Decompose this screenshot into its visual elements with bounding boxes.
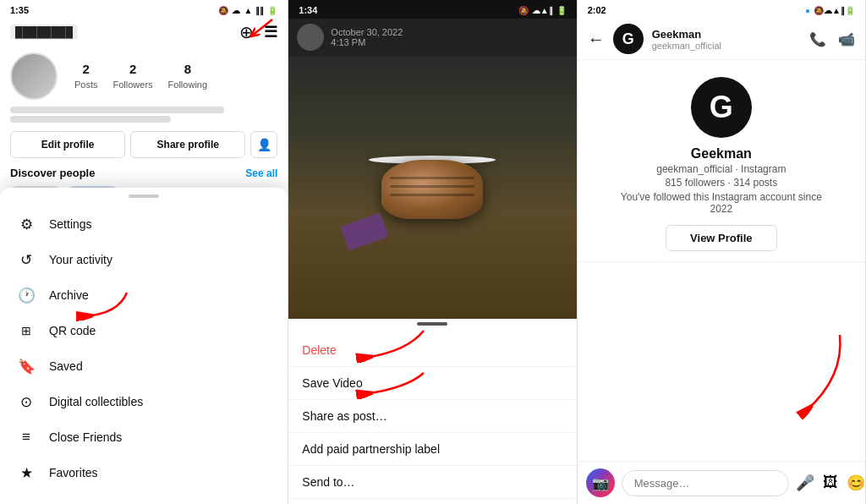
collectibles-label: Digital collectibles bbox=[49, 395, 143, 408]
action-save-video[interactable]: Save Video bbox=[288, 367, 576, 400]
profile-action-buttons: Edit profile Share profile 👤 bbox=[0, 128, 288, 162]
activity-label: Your activity bbox=[49, 253, 112, 266]
share-profile-button[interactable]: Share profile bbox=[130, 131, 245, 158]
followers-count: 2 bbox=[113, 62, 153, 76]
panel-dm-profile: 2:02 ● 🔕☁▲∥🔋 ← G Geekman geekman_officia… bbox=[578, 0, 866, 504]
user-avatar bbox=[10, 52, 58, 100]
profile-header: ████████ ⊕ ☰ bbox=[0, 19, 288, 46]
status-icons-p3: ● 🔕☁▲∥🔋 bbox=[805, 6, 855, 15]
see-all-link[interactable]: See all bbox=[245, 167, 277, 179]
menu-item-close-friends[interactable]: ≡ Close Friends bbox=[0, 419, 288, 455]
nav-action-icons: 📞 📹 bbox=[809, 31, 855, 47]
status-bar-p1: 1:35 🔕 ☁ ▲ ∥∥ 🔋 bbox=[0, 0, 288, 19]
edit-profile-button[interactable]: Edit profile bbox=[10, 131, 125, 158]
user-bio bbox=[0, 107, 288, 128]
post-date: October 30, 2022 bbox=[331, 27, 567, 37]
post-image-area bbox=[288, 56, 576, 319]
messages-area bbox=[578, 262, 865, 461]
discover-label: Discover people bbox=[10, 167, 95, 179]
stat-followers: 2 Followers bbox=[113, 62, 153, 91]
panel-instagram-profile: 1:35 🔕 ☁ ▲ ∥∥ 🔋 ████████ ⊕ ☰ 2 Posts bbox=[0, 0, 288, 504]
drag-handle bbox=[129, 194, 159, 198]
favorites-label: Favorites bbox=[49, 466, 98, 479]
following-label: Following bbox=[168, 79, 207, 90]
collectibles-icon: ⊙ bbox=[17, 392, 36, 411]
menu-item-collectibles[interactable]: ⊙ Digital collectibles bbox=[0, 384, 288, 419]
action-send-to[interactable]: Send to… bbox=[288, 466, 576, 499]
profile-display-name: Geekman bbox=[691, 146, 752, 162]
post-avatar bbox=[297, 24, 324, 51]
stats-row: 2 Posts 2 Followers 8 Following bbox=[74, 62, 207, 91]
microphone-icon[interactable]: 🎤 bbox=[796, 474, 814, 492]
menu-item-qrcode[interactable]: ⊞ QR code bbox=[0, 313, 288, 348]
time-p3: 2:02 bbox=[588, 5, 606, 15]
sticker-icon[interactable]: 😊 bbox=[847, 474, 865, 492]
drag-handle-p2 bbox=[417, 322, 447, 326]
back-button[interactable]: ← bbox=[588, 30, 605, 49]
menu-item-settings[interactable]: ⚙ Settings bbox=[0, 206, 288, 242]
profile-info-section: G Geekman geekman_official · Instagram 8… bbox=[578, 60, 865, 262]
posts-label: Posts bbox=[74, 79, 98, 90]
nav-user-info: Geekman geekman_official bbox=[652, 28, 801, 51]
settings-icon: ⚙ bbox=[17, 215, 36, 233]
qr-icon: ⊞ bbox=[17, 321, 36, 340]
menu-item-archive[interactable]: 🕐 Archive bbox=[0, 277, 288, 313]
nav-username: Geekman bbox=[652, 28, 801, 41]
menu-item-favorites[interactable]: ★ Favorites bbox=[0, 455, 288, 490]
saved-icon: 🔖 bbox=[17, 357, 36, 375]
profile-handle-platform: geekman_official · Instagram bbox=[656, 163, 786, 175]
time-p1: 1:35 bbox=[10, 5, 29, 15]
stat-posts: 2 Posts bbox=[74, 62, 98, 91]
pastry bbox=[381, 160, 483, 219]
profile-stats: 815 followers · 314 posts bbox=[665, 177, 777, 189]
add-person-button[interactable]: 👤 bbox=[250, 131, 277, 158]
profile-big-avatar: G bbox=[691, 77, 752, 138]
stat-following: 8 Following bbox=[168, 62, 207, 91]
posts-count: 2 bbox=[74, 62, 98, 76]
nav-avatar: G bbox=[613, 24, 644, 54]
follow-text-line1: You've followed this Instagram account s… bbox=[621, 191, 822, 203]
following-count: 8 bbox=[168, 62, 207, 76]
nav-handle: geekman_official bbox=[652, 41, 801, 51]
profile-follow-info: You've followed this Instagram account s… bbox=[621, 191, 822, 215]
followers-label: Followers bbox=[113, 79, 153, 90]
saved-label: Saved bbox=[49, 359, 83, 373]
dm-nav-bar: ← G Geekman geekman_official 📞 📹 bbox=[578, 19, 865, 60]
action-share-as-post[interactable]: Share as post… bbox=[288, 400, 576, 433]
food-visual bbox=[369, 156, 496, 219]
archive-label: Archive bbox=[49, 288, 89, 302]
menu-item-saved[interactable]: 🔖 Saved bbox=[0, 348, 288, 384]
message-input-row: 📷 🎤 🖼 😊 bbox=[578, 461, 865, 504]
phone-icon[interactable]: 📞 bbox=[809, 31, 826, 47]
wrapper bbox=[341, 212, 389, 250]
add-icon[interactable]: ⊕ bbox=[239, 22, 254, 42]
status-bar-p3: 2:02 ● 🔕☁▲∥🔋 bbox=[578, 0, 865, 19]
post-meta: October 30, 2022 4:13 PM bbox=[331, 27, 567, 47]
hamburger-icon[interactable]: ☰ bbox=[264, 23, 277, 41]
favorites-icon: ★ bbox=[17, 463, 36, 482]
menu-item-activity[interactable]: ↺ Your activity bbox=[0, 242, 288, 277]
status-bar-p2: 1:34 🔕 ☁▲∥ 🔋 bbox=[288, 0, 576, 19]
image-picker-icon[interactable]: 🖼 bbox=[823, 474, 838, 492]
close-friends-icon: ≡ bbox=[17, 428, 36, 446]
message-action-icons: 🎤 🖼 😊 bbox=[796, 474, 865, 492]
activity-icon: ↺ bbox=[17, 250, 36, 269]
settings-label: Settings bbox=[49, 217, 92, 231]
action-sheet: Delete Save Video Share as post… Add pai… bbox=[288, 329, 576, 504]
post-content: 1:34 🔕 ☁▲∥ 🔋 October 30, 2022 4:13 PM bbox=[288, 0, 576, 504]
header-icons: ⊕ ☰ bbox=[239, 22, 277, 42]
camera-button[interactable]: 📷 bbox=[586, 468, 615, 497]
panel-post-actions: 1:34 🔕 ☁▲∥ 🔋 October 30, 2022 4:13 PM bbox=[288, 0, 577, 504]
view-profile-button[interactable]: View Profile bbox=[666, 225, 776, 251]
close-friends-label: Close Friends bbox=[49, 430, 122, 444]
message-input[interactable] bbox=[622, 470, 789, 496]
action-add-partnership[interactable]: Add paid partnership label bbox=[288, 433, 576, 466]
status-icons-p2: 🔕 ☁▲∥ 🔋 bbox=[518, 6, 567, 15]
dm-content: 2:02 ● 🔕☁▲∥🔋 ← G Geekman geekman_officia… bbox=[578, 0, 865, 504]
action-delete[interactable]: Delete bbox=[288, 334, 576, 367]
qrcode-label: QR code bbox=[49, 324, 96, 337]
settings-menu-overlay: ⚙ Settings ↺ Your activity 🕐 Archive ⊞ Q… bbox=[0, 188, 288, 504]
follow-text-year: 2022 bbox=[710, 203, 732, 215]
post-header: October 30, 2022 4:13 PM bbox=[288, 19, 576, 56]
video-icon[interactable]: 📹 bbox=[838, 31, 855, 47]
